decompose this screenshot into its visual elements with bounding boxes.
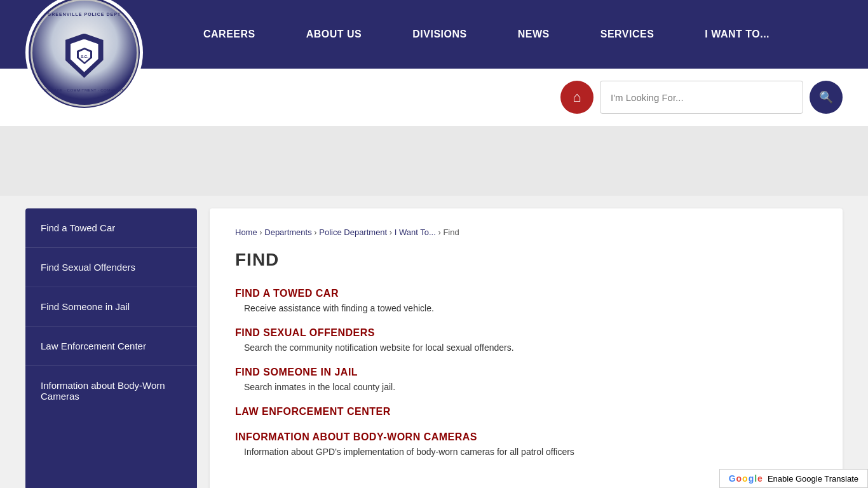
section-desc-someone-in-jail: Search inmates in the local county jail. bbox=[244, 382, 817, 392]
breadcrumb-departments[interactable]: Departments bbox=[264, 227, 311, 237]
section-desc-sexual-offenders: Search the community notification websit… bbox=[244, 342, 817, 353]
shield-icon: S.C. bbox=[76, 46, 93, 65]
logo-bottom-text: COURAGE · COMMITMENT · COMMUNITY bbox=[32, 88, 137, 92]
sidebar-item-law-enforcement[interactable]: Law Enforcement Center bbox=[25, 327, 197, 366]
breadcrumb-i-want-to[interactable]: I Want To... bbox=[395, 227, 436, 237]
nav-divisions[interactable]: DIVISIONS bbox=[387, 0, 492, 69]
nav-services[interactable]: SERVICES bbox=[575, 0, 680, 69]
section-link-sexual-offenders[interactable]: FIND SEXUAL OFFENDERS bbox=[235, 327, 817, 339]
banner bbox=[0, 126, 868, 196]
home-button[interactable]: ⌂ bbox=[560, 81, 593, 114]
nav-news[interactable]: NEWS bbox=[492, 0, 575, 69]
logo-text: GREENVILLE POLICE DEPT bbox=[32, 12, 137, 17]
logo: GREENVILLE POLICE DEPT S.C. COURAGE · CO… bbox=[25, 0, 143, 111]
breadcrumb: Home › Departments › Police Department ›… bbox=[235, 227, 817, 237]
translate-label: Enable Google Translate bbox=[768, 474, 858, 484]
logo-shield: S.C. bbox=[65, 34, 104, 78]
header-nav: GREENVILLE POLICE DEPT S.C. COURAGE · CO… bbox=[0, 0, 868, 69]
nav-i-want-to[interactable]: I WANT TO... bbox=[679, 0, 795, 69]
search-input[interactable] bbox=[600, 81, 803, 114]
search-icon: 🔍 bbox=[819, 90, 833, 104]
breadcrumb-police-dept[interactable]: Police Department bbox=[319, 227, 387, 237]
search-button[interactable]: 🔍 bbox=[810, 81, 843, 114]
breadcrumb-current: Find bbox=[443, 227, 459, 237]
section-desc-towed-car: Receive assistance with finding a towed … bbox=[244, 303, 817, 313]
section-link-towed-car[interactable]: FIND A TOWED CAR bbox=[235, 288, 817, 299]
section-link-someone-in-jail[interactable]: FIND SOMEONE IN JAIL bbox=[235, 367, 817, 378]
sidebar-item-someone-in-jail[interactable]: Find Someone in Jail bbox=[25, 287, 197, 327]
page-title: FIND bbox=[235, 250, 817, 270]
section-link-body-worn-cameras[interactable]: INFORMATION ABOUT BODY-WORN CAMERAS bbox=[235, 431, 817, 443]
nav-careers[interactable]: CAREERS bbox=[178, 0, 281, 69]
sidebar-item-body-worn-cameras[interactable]: Information about Body-Worn Cameras bbox=[25, 366, 197, 416]
section-link-law-enforcement[interactable]: LAW ENFORCEMENT CENTER bbox=[235, 406, 817, 417]
sidebar-item-sexual-offenders[interactable]: Find Sexual Offenders bbox=[25, 248, 197, 287]
main-panel: Home › Departments › Police Department ›… bbox=[210, 208, 843, 488]
home-icon: ⌂ bbox=[573, 89, 581, 105]
main-nav: CAREERS ABOUT US DIVISIONS NEWS SERVICES… bbox=[178, 0, 795, 69]
main-content: Find a Towed Car Find Sexual Offenders F… bbox=[0, 196, 868, 488]
google-logo: Google bbox=[729, 473, 763, 484]
sidebar-item-towed-car[interactable]: Find a Towed Car bbox=[25, 208, 197, 248]
sidebar: Find a Towed Car Find Sexual Offenders F… bbox=[25, 208, 197, 488]
translate-bar[interactable]: Google Enable Google Translate bbox=[719, 469, 868, 488]
section-desc-body-worn-cameras: Information about GPD's implementation o… bbox=[244, 447, 817, 457]
breadcrumb-home[interactable]: Home bbox=[235, 227, 257, 237]
svg-text:S.C.: S.C. bbox=[81, 55, 88, 58]
nav-about-us[interactable]: ABOUT US bbox=[281, 0, 388, 69]
